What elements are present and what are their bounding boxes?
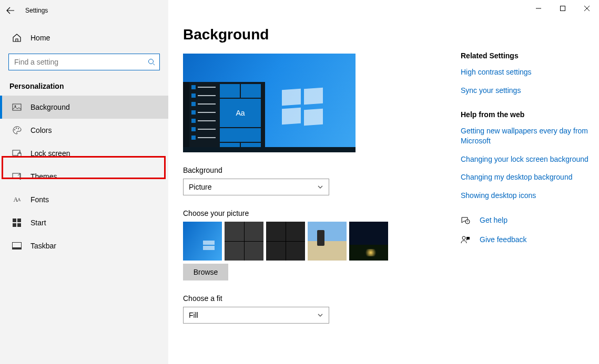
close-icon bbox=[584, 6, 590, 11]
svg-rect-0 bbox=[561, 6, 565, 11]
search-box[interactable] bbox=[8, 54, 160, 70]
window: Settings Home Personaliz bbox=[0, 0, 599, 364]
browse-label: Browse bbox=[194, 268, 218, 276]
svg-point-6 bbox=[18, 128, 19, 129]
home-label: Home bbox=[31, 34, 50, 42]
sidebar: Home Personalization Background Colors bbox=[0, 0, 168, 364]
thumbnail-windows-default[interactable] bbox=[183, 222, 222, 261]
fit-dropdown-value: Fill bbox=[189, 311, 198, 319]
svg-rect-9 bbox=[13, 173, 20, 179]
svg-rect-10 bbox=[13, 219, 16, 222]
get-help-row: ? Get help bbox=[461, 215, 597, 225]
link-lock-screen-bg[interactable]: Changing your lock screen background bbox=[461, 154, 597, 164]
search-icon bbox=[148, 58, 155, 66]
start-icon bbox=[12, 217, 22, 228]
content-column: Background Aa bbox=[183, 26, 435, 364]
link-desktop-icons[interactable]: Showing desktop icons bbox=[461, 191, 597, 201]
nav-label: Start bbox=[31, 219, 46, 227]
related-settings-group: Related Settings High contrast settings … bbox=[461, 51, 597, 96]
fit-dropdown[interactable]: Fill bbox=[183, 307, 329, 324]
windows-logo-icon bbox=[282, 89, 323, 124]
nav-label: Themes bbox=[31, 172, 57, 181]
nav-item-start[interactable]: Start bbox=[0, 211, 168, 234]
back-arrow-icon bbox=[6, 6, 15, 15]
fit-dropdown-label: Choose a fit bbox=[183, 294, 435, 303]
svg-point-3 bbox=[15, 106, 16, 107]
nav-label: Lock screen bbox=[31, 149, 70, 158]
background-dropdown[interactable]: Picture bbox=[183, 179, 329, 195]
svg-rect-13 bbox=[17, 223, 21, 227]
svg-point-1 bbox=[149, 59, 154, 64]
help-from-web-heading: Help from the web bbox=[461, 110, 597, 119]
maximize-button[interactable] bbox=[551, 0, 575, 17]
thumbnail-photo-collage-dark[interactable] bbox=[266, 222, 305, 261]
related-settings-heading: Related Settings bbox=[461, 51, 597, 60]
svg-rect-12 bbox=[13, 223, 16, 227]
svg-point-4 bbox=[14, 129, 15, 130]
maximize-icon bbox=[560, 6, 565, 11]
svg-point-5 bbox=[16, 128, 17, 129]
window-controls bbox=[526, 0, 599, 17]
chevron-down-icon bbox=[317, 312, 323, 318]
help-from-web-group: Help from the web Getting new wallpapers… bbox=[461, 110, 597, 201]
link-sync-settings[interactable]: Sync your settings bbox=[461, 86, 597, 96]
background-dropdown-value: Picture bbox=[189, 183, 212, 191]
nav-label: Fonts bbox=[31, 195, 49, 204]
section-heading: Personalization bbox=[0, 75, 168, 96]
thumbnail-beach-rocks[interactable] bbox=[308, 222, 347, 261]
home-nav[interactable]: Home bbox=[0, 27, 168, 48]
page-title: Background bbox=[183, 26, 435, 43]
close-button[interactable] bbox=[575, 0, 599, 17]
palette-icon bbox=[12, 125, 22, 136]
search-input[interactable] bbox=[13, 57, 148, 67]
svg-rect-15 bbox=[13, 247, 22, 249]
link-give-feedback[interactable]: Give feedback bbox=[480, 235, 527, 245]
link-new-wallpapers[interactable]: Getting new wallpapers every day from Mi… bbox=[461, 126, 597, 146]
link-desktop-bg[interactable]: Changing my desktop background bbox=[461, 172, 597, 182]
home-icon bbox=[12, 33, 22, 43]
preview-taskbar bbox=[183, 147, 356, 152]
minimize-button[interactable] bbox=[526, 0, 551, 17]
picture-thumbnails bbox=[183, 222, 435, 261]
picture-icon bbox=[12, 102, 22, 112]
thumbnail-night-tent[interactable] bbox=[349, 222, 388, 261]
lockscreen-icon bbox=[12, 148, 22, 159]
nav-label: Colors bbox=[31, 126, 52, 134]
svg-point-18 bbox=[462, 236, 465, 240]
minimize-icon bbox=[536, 6, 541, 11]
nav-item-colors[interactable]: Colors bbox=[0, 119, 168, 142]
chevron-down-icon bbox=[317, 184, 323, 190]
preview-sample-text: Aa bbox=[220, 99, 261, 127]
feedback-icon bbox=[461, 235, 470, 245]
fonts-icon: AA bbox=[12, 194, 22, 205]
nav-item-themes[interactable]: Themes bbox=[0, 165, 168, 188]
link-high-contrast[interactable]: High contrast settings bbox=[461, 67, 597, 77]
nav-label: Taskbar bbox=[31, 242, 56, 250]
svg-rect-11 bbox=[17, 219, 21, 222]
nav-item-background[interactable]: Background bbox=[0, 96, 168, 119]
nav-item-fonts[interactable]: AA Fonts bbox=[0, 188, 168, 211]
nav-item-lock-screen[interactable]: Lock screen bbox=[0, 142, 168, 165]
preview-start-menu: Aa bbox=[183, 82, 265, 147]
nav-list: Background Colors Lock screen Themes bbox=[0, 96, 168, 257]
right-rail: Related Settings High contrast settings … bbox=[461, 26, 597, 364]
browse-button[interactable]: Browse bbox=[183, 264, 228, 280]
link-get-help[interactable]: Get help bbox=[480, 215, 507, 225]
search-wrap bbox=[0, 48, 168, 75]
svg-rect-2 bbox=[13, 104, 21, 110]
nav-label: Background bbox=[31, 103, 70, 111]
back-button[interactable] bbox=[0, 0, 21, 21]
chat-icon: ? bbox=[461, 216, 470, 225]
give-feedback-row: Give feedback bbox=[461, 235, 597, 245]
themes-icon bbox=[12, 171, 22, 182]
titlebar: Settings bbox=[0, 0, 599, 21]
desktop-preview: Aa bbox=[183, 54, 356, 152]
nav-item-taskbar[interactable]: Taskbar bbox=[0, 234, 168, 257]
thumbnail-photo-collage-bw[interactable] bbox=[225, 222, 263, 261]
choose-picture-label: Choose your picture bbox=[183, 209, 435, 217]
taskbar-icon bbox=[12, 241, 22, 251]
window-title: Settings bbox=[25, 7, 48, 14]
svg-rect-8 bbox=[18, 153, 21, 157]
main-area: Background Aa bbox=[168, 0, 599, 364]
svg-text:?: ? bbox=[467, 220, 469, 223]
